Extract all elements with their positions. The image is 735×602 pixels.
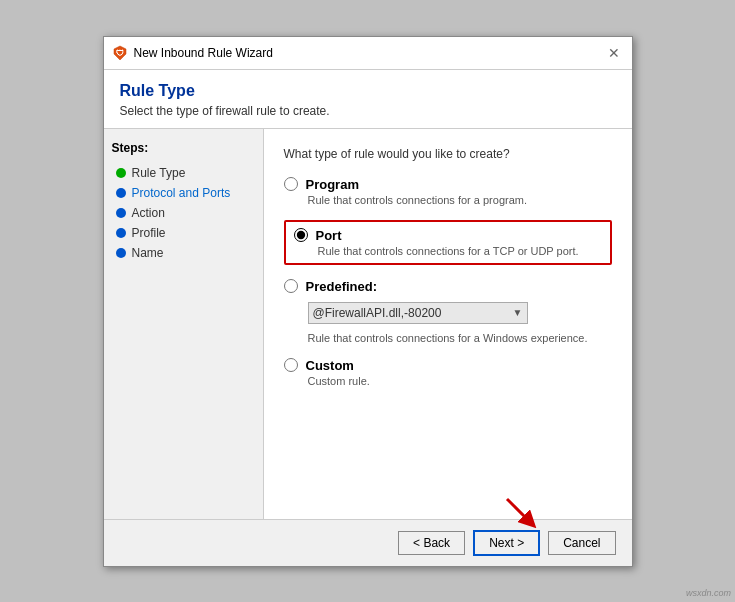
radio-port[interactable]: [294, 228, 308, 242]
step-label-action: Action: [132, 206, 165, 220]
title-bar-left: 🛡 New Inbound Rule Wizard: [112, 45, 273, 61]
sidebar-item-profile[interactable]: Profile: [112, 223, 255, 243]
option-custom-desc: Custom rule.: [308, 375, 612, 387]
option-predefined: Predefined: @FirewallAPI.dll,-80200 ▼ Ru…: [284, 279, 612, 344]
predefined-select-value: @FirewallAPI.dll,-80200: [313, 306, 442, 320]
question-text: What type of rule would you like to crea…: [284, 147, 612, 161]
sidebar-item-rule-type[interactable]: Rule Type: [112, 163, 255, 183]
content-area: Steps: Rule Type Protocol and Ports Acti…: [104, 129, 632, 519]
sidebar-item-action[interactable]: Action: [112, 203, 255, 223]
step-label-protocol-ports: Protocol and Ports: [132, 186, 231, 200]
step-dot-protocol-ports: [116, 188, 126, 198]
option-custom: Custom Custom rule.: [284, 358, 612, 387]
option-port-label-row: Port: [294, 228, 602, 243]
header-section: Rule Type Select the type of firewall ru…: [104, 70, 632, 129]
chevron-down-icon: ▼: [513, 307, 523, 318]
option-predefined-desc: Rule that controls connections for a Win…: [308, 332, 612, 344]
arrow-indicator: [502, 494, 542, 534]
step-dot-action: [116, 208, 126, 218]
svg-text:🛡: 🛡: [116, 49, 124, 58]
steps-label: Steps:: [112, 141, 255, 155]
sidebar-item-protocol-ports[interactable]: Protocol and Ports: [112, 183, 255, 203]
option-port-label: Port: [316, 228, 342, 243]
main-panel: What type of rule would you like to crea…: [264, 129, 632, 519]
option-predefined-label: Predefined:: [306, 279, 378, 294]
option-port-desc: Rule that controls connections for a TCP…: [318, 245, 602, 257]
wizard-window: 🛡 New Inbound Rule Wizard ✕ Rule Type Se…: [103, 36, 633, 567]
watermark: wsxdn.com: [686, 588, 731, 598]
window-title: New Inbound Rule Wizard: [134, 46, 273, 60]
option-program-desc: Rule that controls connections for a pro…: [308, 194, 612, 206]
footer: < Back Next > Cancel: [104, 519, 632, 566]
predefined-select[interactable]: @FirewallAPI.dll,-80200 ▼: [308, 302, 528, 324]
cancel-button[interactable]: Cancel: [548, 531, 615, 555]
step-dot-rule-type: [116, 168, 126, 178]
page-title: Rule Type: [120, 82, 616, 100]
page-subtitle: Select the type of firewall rule to crea…: [120, 104, 616, 118]
step-dot-name: [116, 248, 126, 258]
option-program-label: Program: [306, 177, 359, 192]
step-dot-profile: [116, 228, 126, 238]
title-bar: 🛡 New Inbound Rule Wizard ✕: [104, 37, 632, 70]
sidebar-item-name[interactable]: Name: [112, 243, 255, 263]
svg-line-3: [507, 499, 530, 522]
close-button[interactable]: ✕: [604, 43, 624, 63]
radio-predefined[interactable]: [284, 279, 298, 293]
option-program-label-row: Program: [284, 177, 612, 192]
step-label-name: Name: [132, 246, 164, 260]
option-group: Program Rule that controls connections f…: [284, 177, 612, 387]
back-button[interactable]: < Back: [398, 531, 465, 555]
steps-panel: Steps: Rule Type Protocol and Ports Acti…: [104, 129, 264, 519]
radio-program[interactable]: [284, 177, 298, 191]
radio-custom[interactable]: [284, 358, 298, 372]
step-label-profile: Profile: [132, 226, 166, 240]
step-label-rule-type: Rule Type: [132, 166, 186, 180]
option-custom-label: Custom: [306, 358, 354, 373]
option-port: Port Rule that controls connections for …: [284, 220, 612, 265]
option-custom-label-row: Custom: [284, 358, 612, 373]
option-predefined-label-row: Predefined:: [284, 279, 612, 294]
wizard-icon: 🛡: [112, 45, 128, 61]
option-program: Program Rule that controls connections f…: [284, 177, 612, 206]
